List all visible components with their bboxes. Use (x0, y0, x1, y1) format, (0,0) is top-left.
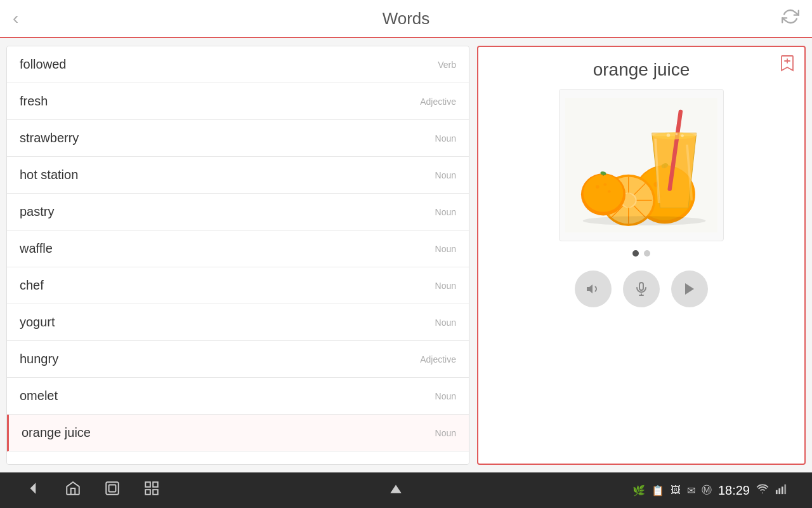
svg-rect-36 (106, 482, 119, 495)
dot-1[interactable] (632, 250, 639, 257)
svg-marker-35 (30, 483, 36, 493)
word-list-item[interactable]: fresh Adjective (7, 83, 469, 120)
word-type: Noun (435, 133, 456, 144)
svg-marker-42 (391, 485, 402, 493)
clock: 18:29 (718, 483, 750, 498)
word-type: Noun (435, 207, 456, 217)
audio-controls (575, 271, 708, 307)
word-type: Noun (435, 465, 456, 465)
header: ‹ Words (0, 0, 812, 38)
svg-rect-41 (153, 490, 158, 495)
svg-rect-37 (109, 485, 116, 492)
svg-point-19 (596, 185, 599, 189)
up-button[interactable] (388, 481, 404, 500)
word-list-item[interactable]: orange juice Noun (7, 415, 469, 451)
svg-rect-43 (776, 490, 778, 494)
svg-point-21 (608, 190, 611, 193)
signal-icon (775, 483, 787, 497)
svg-point-28 (676, 133, 678, 135)
svg-point-18 (584, 175, 624, 212)
home-nav-button[interactable] (65, 480, 81, 500)
page-title: Words (383, 9, 430, 29)
word-list-item[interactable]: hot station Noun (7, 157, 469, 194)
word-type: Noun (435, 244, 456, 254)
word-type: Noun (435, 281, 456, 291)
word-list-item[interactable]: yogurt Noun (7, 304, 469, 341)
word-type: Noun (435, 391, 456, 401)
svg-rect-39 (153, 482, 158, 487)
mic-button[interactable] (623, 271, 660, 307)
word-text: omelet (20, 389, 435, 403)
wifi-icon (756, 483, 769, 497)
detail-image (559, 89, 724, 241)
status-bar: 🌿 📋 🖼 ✉ Ⓜ 18:29 (632, 483, 787, 498)
word-list-item[interactable]: granola Noun (7, 451, 469, 465)
word-type: Adjective (420, 354, 456, 364)
svg-rect-40 (145, 490, 150, 495)
word-text: strawberry (20, 131, 435, 145)
clipboard-icon: 📋 (652, 485, 664, 497)
svg-point-29 (681, 135, 684, 138)
svg-rect-44 (778, 488, 780, 494)
word-list-item[interactable]: followed Verb (7, 46, 469, 83)
word-text: fresh (20, 94, 420, 109)
dot-indicators (632, 250, 650, 257)
word-type: Verb (438, 60, 456, 70)
word-list-item[interactable]: omelet Noun (7, 378, 469, 415)
svg-rect-38 (145, 482, 150, 487)
refresh-button[interactable] (782, 8, 799, 29)
svg-marker-34 (685, 283, 694, 295)
word-type: Noun (435, 318, 456, 328)
word-text: hungry (20, 352, 420, 366)
word-list: followed Verb fresh Adjective strawberry… (6, 46, 469, 465)
svg-rect-46 (784, 485, 786, 494)
main-content: followed Verb fresh Adjective strawberry… (0, 38, 812, 472)
metro-icon: Ⓜ (702, 484, 712, 497)
svg-point-27 (667, 133, 671, 137)
scan-nav-button[interactable] (143, 480, 160, 500)
play-button[interactable] (671, 271, 708, 307)
svg-point-26 (653, 132, 695, 139)
word-text: chef (20, 278, 435, 293)
word-type: Noun (435, 170, 456, 180)
word-list-item[interactable]: hungry Adjective (7, 341, 469, 378)
word-type: Adjective (420, 97, 456, 107)
bookmark-icon[interactable] (779, 55, 796, 76)
word-text: waffle (20, 241, 435, 256)
detail-title: orange juice (593, 60, 690, 80)
word-text: orange juice (22, 425, 435, 440)
recent-nav-button[interactable] (104, 480, 121, 500)
word-text: pastry (20, 204, 435, 219)
word-type: Noun (435, 428, 456, 438)
word-text: followed (20, 57, 438, 72)
image-icon: 🖼 (671, 485, 681, 496)
svg-rect-45 (782, 486, 783, 494)
word-list-item[interactable]: pastry Noun (7, 194, 469, 231)
word-text: hot station (20, 168, 435, 182)
svg-rect-31 (639, 283, 643, 290)
back-button[interactable]: ‹ (13, 10, 18, 27)
dot-2[interactable] (644, 250, 650, 257)
email-icon: ✉ (687, 485, 695, 497)
word-text: granola (20, 462, 435, 465)
detail-panel: orange juice (477, 46, 806, 465)
word-text: yogurt (20, 315, 435, 330)
svg-point-30 (583, 216, 706, 225)
nav-icons (25, 480, 160, 500)
speaker-button[interactable] (575, 271, 612, 307)
battery-eco-icon: 🌿 (632, 485, 645, 497)
word-list-item[interactable]: strawberry Noun (7, 120, 469, 157)
word-list-item[interactable]: waffle Noun (7, 231, 469, 267)
bottom-bar: 🌿 📋 🖼 ✉ Ⓜ 18:29 (0, 472, 812, 508)
back-nav-button[interactable] (25, 480, 42, 500)
word-list-item[interactable]: chef Noun (7, 267, 469, 304)
svg-point-20 (603, 183, 606, 186)
